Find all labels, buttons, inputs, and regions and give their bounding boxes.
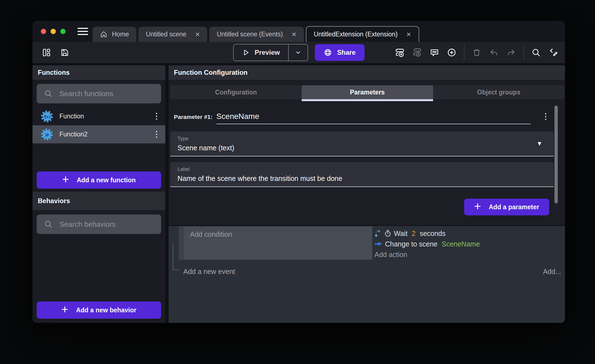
comment-icon[interactable] (429, 48, 439, 58)
type-select-field[interactable]: Type Scene name (text) ▼ (170, 131, 554, 156)
action-wait[interactable]: Wait 2 seconds (374, 228, 565, 239)
circle-plus-icon[interactable] (447, 48, 457, 58)
search-icon (44, 220, 53, 229)
content-area: Functions f(x) Function (32, 63, 565, 323)
close-tab-icon[interactable]: × (292, 31, 296, 38)
event-block: Add condition Wait 2 seconds Change to s… (179, 226, 565, 260)
tab-parameters[interactable]: Parameters (302, 85, 433, 99)
field-label: Type (178, 136, 546, 142)
add-parameter-button[interactable]: + Add a parameter (464, 199, 549, 215)
tab-label: Configuration (215, 89, 257, 96)
tab-label: Parameters (350, 89, 385, 96)
search-behaviors-input[interactable] (59, 220, 156, 229)
hamburger-menu-icon[interactable] (78, 28, 88, 35)
field-value: Name of the scene where the transition m… (178, 174, 546, 183)
title-bar: Home Untitled scene × Untitled scene (Ev… (32, 21, 565, 42)
app-window: Home Untitled scene × Untitled scene (Ev… (32, 21, 565, 323)
search-icon[interactable] (531, 48, 541, 58)
parameter-kebab-menu-icon[interactable] (544, 113, 547, 120)
add-new-function-button[interactable]: + Add a new function (37, 171, 161, 189)
functions-section-header: Functions (32, 65, 165, 80)
preview-dropdown-button[interactable] (289, 44, 308, 61)
add-subevent-icon[interactable] (412, 48, 422, 58)
parameter-row: Parameter #1: SceneName (174, 112, 565, 124)
add-action-label: Add action (374, 251, 407, 259)
toolbar-center: Preview Share (233, 44, 364, 61)
redo-icon[interactable] (506, 48, 516, 58)
tab-untitled-scene[interactable]: Untitled scene × (138, 27, 207, 42)
list-item-function[interactable]: f(x) Function (32, 107, 165, 125)
action-scene-name: SceneName (442, 240, 480, 248)
action-text: Change to scene (385, 240, 439, 248)
search-behaviors-box[interactable] (37, 215, 161, 234)
window-tab-bar: Home Untitled scene × Untitled scene (Ev… (92, 26, 421, 42)
search-icon (44, 89, 53, 98)
async-icon (374, 229, 382, 238)
change-scene-arrow-icon (374, 240, 383, 248)
minimize-window-button[interactable] (51, 29, 56, 34)
behaviors-title: Behaviors (38, 197, 70, 205)
functions-title: Functions (38, 69, 70, 76)
share-button[interactable]: Share (315, 44, 365, 61)
edit-extension-icon[interactable] (548, 48, 558, 58)
plus-icon: + (62, 174, 69, 185)
toolbar-divider (464, 45, 464, 60)
scrollbar-thumb[interactable] (554, 106, 558, 203)
svg-text:f(x): f(x) (44, 114, 50, 119)
configuration-panel: Configuration Parameters Object groups P… (169, 80, 565, 225)
trash-icon[interactable] (472, 48, 482, 58)
tab-untitled-extension[interactable]: UntitledExtension (Extension) × (306, 26, 419, 42)
function-name: Function (59, 113, 149, 120)
function-name: Function2 (59, 131, 149, 138)
add-condition-area[interactable]: Add condition (184, 226, 372, 260)
add-condition-label: Add condition (190, 230, 232, 238)
plus-icon: + (61, 304, 68, 315)
configuration-tab-bar: Configuration Parameters Object groups (170, 85, 564, 99)
dropdown-arrow-icon: ▼ (536, 140, 542, 147)
add-event-icon[interactable] (395, 48, 405, 58)
function-fx-gear-icon: f(x) (41, 110, 53, 123)
field-label: Label (178, 166, 546, 172)
add-new-behavior-button[interactable]: + Add a new behavior (37, 301, 161, 319)
close-window-button[interactable] (41, 29, 46, 34)
preview-button[interactable]: Preview (233, 44, 308, 61)
play-icon (242, 49, 250, 56)
tab-label: Home (112, 31, 129, 38)
preview-label: Preview (255, 49, 280, 56)
add-more-button[interactable]: Add... (543, 268, 561, 276)
layout-columns-icon[interactable] (41, 48, 51, 58)
page-title: Function Configuration (174, 69, 248, 76)
tab-label: Object groups (477, 89, 521, 96)
action-text: Wait (394, 230, 409, 238)
function-chevrons-gear-icon: » (41, 128, 53, 141)
action-value: 2 (412, 230, 416, 238)
undo-icon[interactable] (489, 48, 499, 58)
label-text-field[interactable]: Label Name of the scene where the transi… (170, 162, 554, 187)
add-function-label: Add a new function (77, 176, 136, 184)
kebab-menu-icon[interactable] (155, 113, 158, 120)
sidebar-spacer (32, 234, 165, 301)
tab-untitled-scene-events[interactable]: Untitled scene (Events) × (209, 27, 304, 42)
kebab-menu-icon[interactable] (155, 131, 158, 138)
search-functions-input[interactable] (59, 89, 156, 98)
close-tab-icon[interactable]: × (406, 31, 411, 38)
tab-label: UntitledExtension (Extension) (314, 31, 398, 38)
sidebar: Functions f(x) Function (32, 65, 165, 323)
behaviors-section-header: Behaviors (32, 192, 165, 210)
tab-configuration[interactable]: Configuration (170, 85, 302, 99)
zoom-window-button[interactable] (60, 29, 66, 34)
field-value: Scene name (text) (178, 144, 546, 152)
chevron-down-icon (295, 49, 302, 56)
add-new-event-button[interactable]: Add a new event (183, 268, 235, 276)
functions-list: f(x) Function » Function2 (32, 107, 165, 143)
close-tab-icon[interactable]: × (195, 31, 200, 38)
search-functions-box[interactable] (37, 84, 161, 103)
add-action-button[interactable]: Add action (374, 249, 565, 260)
parameter-name-field[interactable]: SceneName (216, 112, 531, 124)
list-item-function2[interactable]: » Function2 (32, 125, 165, 143)
tab-object-groups[interactable]: Object groups (433, 85, 564, 99)
event-drag-handle[interactable] (179, 226, 184, 260)
tab-home[interactable]: Home (92, 27, 136, 42)
save-icon[interactable] (60, 48, 70, 58)
action-change-scene[interactable]: Change to scene SceneName (374, 239, 565, 249)
